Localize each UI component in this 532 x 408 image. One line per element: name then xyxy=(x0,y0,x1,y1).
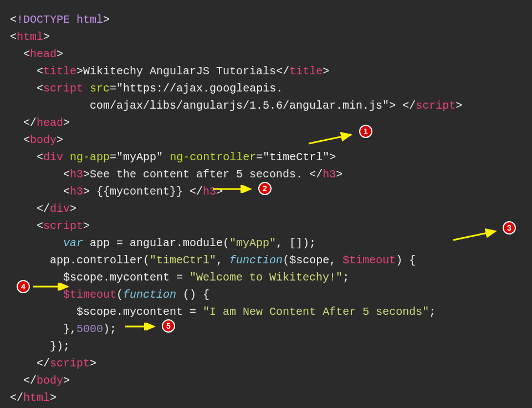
line-15: app.controller("timeCtrl", function($sco… xyxy=(10,254,416,267)
line-12: </div> xyxy=(10,202,76,215)
line-2: <html> xyxy=(10,30,50,43)
line-13: <script> xyxy=(10,220,90,232)
line-10: <h3>See the content after 5 seconds. </h… xyxy=(10,168,342,181)
line-14: var app = angular.module("myApp", []); xyxy=(10,237,316,249)
line-11: <h3> {{mycontent}} </h3> xyxy=(10,185,223,198)
line-8: <body> xyxy=(10,134,63,146)
badge-3: 3 xyxy=(503,221,516,234)
line-20: }); xyxy=(10,340,70,353)
code-block: <!DOCTYPE html> <html> <head> <title>Wik… xyxy=(10,11,522,406)
line-6: com/ajax/libs/angularjs/1.5.6/angular.mi… xyxy=(10,99,462,112)
line-18: $scope.mycontent = "I am New Content Aft… xyxy=(10,305,436,318)
line-9: <div ng-app="myApp" ng-controller="timeC… xyxy=(10,151,336,164)
line-19: },5000); xyxy=(10,323,116,335)
badge-2: 2 xyxy=(258,182,272,195)
line-16: $scope.mycontent = "Welcome to Wikitechy… xyxy=(10,271,349,284)
line-3: <head> xyxy=(10,48,63,60)
line-1: <!DOCTYPE html> xyxy=(10,13,110,26)
line-5: <script src="https://ajax.googleapis. xyxy=(10,82,283,95)
badge-4: 4 xyxy=(17,280,30,293)
line-22: </body> xyxy=(10,374,70,387)
line-7: </head> xyxy=(10,116,70,129)
line-4: <title>Wikitechy AngularJS Tutorials</ti… xyxy=(10,65,329,78)
badge-1: 1 xyxy=(359,125,372,138)
line-21: </script> xyxy=(10,357,96,370)
line-23: </html> xyxy=(10,391,57,404)
line-17: $timeout(function () { xyxy=(10,288,209,301)
badge-5: 5 xyxy=(162,319,175,333)
